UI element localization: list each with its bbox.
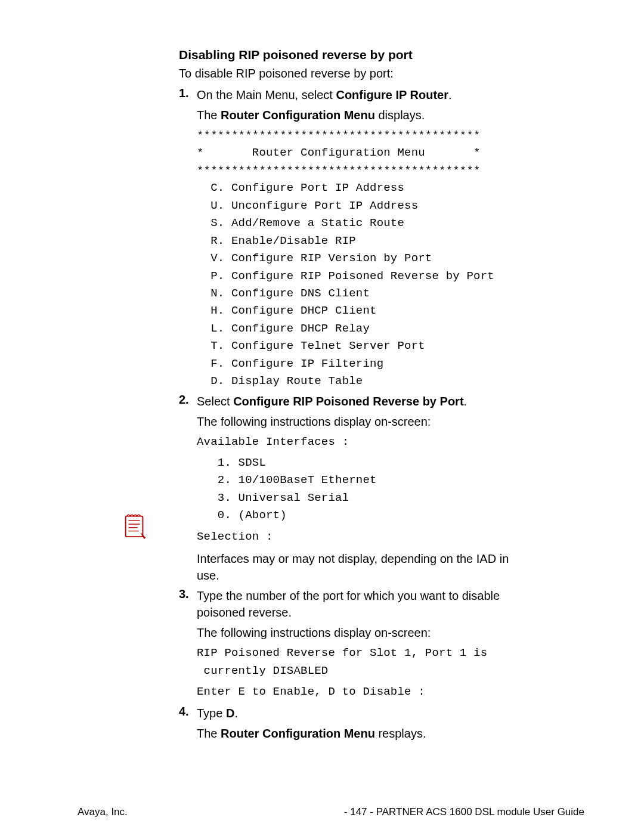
step-3: 3. Type the number of the port for which… [197,587,525,701]
menu-title: * Router Configuration Menu * [197,144,525,162]
step-4-body: Type D. The Router Configuration Menu re… [197,705,525,742]
document-page: Disabling RIP poisoned reverse by port T… [0,0,644,833]
footer-title: PARTNER ACS 1600 DSL module User Guide [376,806,584,817]
menu-border-bottom: ****************************************… [197,162,525,179]
step1-line2a: The [197,109,221,122]
step2-text: Select [197,395,233,408]
step3-line1: Type the number of the port for which yo… [197,587,525,621]
menu-item: L. Configure DHCP Relay [197,320,525,337]
step-2: 2. Select Configure RIP Poisoned Reverse… [197,393,525,584]
selection-prompt: Selection : [197,528,525,546]
step-1-body: On the Main Menu, select Configure IP Ro… [197,86,525,391]
interface-item: 0. (Abort) [197,507,525,524]
step4-line2a: The [197,727,221,740]
content-area: Disabling RIP poisoned reverse by port T… [179,48,525,742]
svg-rect-0 [126,516,143,537]
step-1: 1. On the Main Menu, select Configure IP… [197,86,525,391]
interface-list: 1. SDSL 2. 10/100BaseT Ethernet 3. Unive… [197,454,525,525]
notepad-icon [120,510,149,539]
menu-item: D. Display Route Table [197,373,525,390]
step-number-4: 4. [179,705,189,719]
step1-bold: Configure IP Router [336,88,448,101]
footer-company: Avaya, Inc. [78,806,128,818]
step-number-2: 2. [179,393,189,407]
rip-status-1: RIP Poisoned Reverse for Slot 1, Port 1 … [197,645,525,662]
step1-line2b: Router Configuration Menu [221,109,375,122]
step2-note: Interfaces may or may not display, depen… [197,550,525,584]
page-footer: Avaya, Inc. - 147 - PARTNER ACS 1600 DSL… [78,806,584,818]
step4-bold: D [226,707,234,720]
menu-item: U. Unconfigure Port IP Address [197,197,525,215]
step4-text: Type [197,707,226,720]
step4-line2b: Router Configuration Menu [221,727,375,740]
section-heading: Disabling RIP poisoned reverse by port [179,48,525,62]
menu-item: R. Enable/Disable RIP [197,233,525,250]
menu-item: V. Configure RIP Version by Port [197,250,525,267]
step-number-3: 3. [179,587,189,601]
interface-item: 3. Universal Serial [197,490,525,507]
enable-disable-prompt: Enter E to Enable, D to Disable : [197,683,525,701]
menu-item: P. Configure RIP Poisoned Reverse by Por… [197,268,525,285]
interfaces-header: Available Interfaces : [197,433,525,451]
step3-line2: The following instructions display on-sc… [197,624,525,641]
intro-text: To disable RIP poisoned reverse by port: [179,67,525,80]
menu-item: H. Configure DHCP Client [197,302,525,320]
step-3-body: Type the number of the port for which yo… [197,587,525,701]
menu-item: F. Configure IP Filtering [197,355,525,373]
rip-status-2: currently DISABLED [197,662,525,680]
step2-bold: Configure RIP Poisoned Reverse by Port [233,395,463,408]
step-2-body: Select Configure RIP Poisoned Reverse by… [197,393,525,584]
menu-border-top: ****************************************… [197,127,525,144]
footer-page: - 147 - [344,806,373,817]
interface-item: 1. SDSL [197,454,525,472]
menu-item: C. Configure Port IP Address [197,179,525,197]
interface-item: 2. 10/100BaseT Ethernet [197,472,525,489]
router-config-menu: ****************************************… [197,127,525,391]
step2-line2: The following instructions display on-sc… [197,413,525,430]
step2-tail: . [464,395,467,408]
step4-tail: . [234,707,238,720]
menu-item: S. Add/Remove a Static Route [197,215,525,232]
menu-item: N. Configure DNS Client [197,285,525,302]
menu-item: T. Configure Telnet Server Port [197,337,525,355]
step-number-1: 1. [179,86,189,100]
step1-line2c: displays. [375,109,425,122]
step1-tail: . [448,88,452,101]
step4-line2c: resplays. [375,727,426,740]
step-4: 4. Type D. The Router Configuration Menu… [197,705,525,742]
rip-status: RIP Poisoned Reverse for Slot 1, Port 1 … [197,645,525,680]
step1-text: On the Main Menu, select [197,88,336,101]
